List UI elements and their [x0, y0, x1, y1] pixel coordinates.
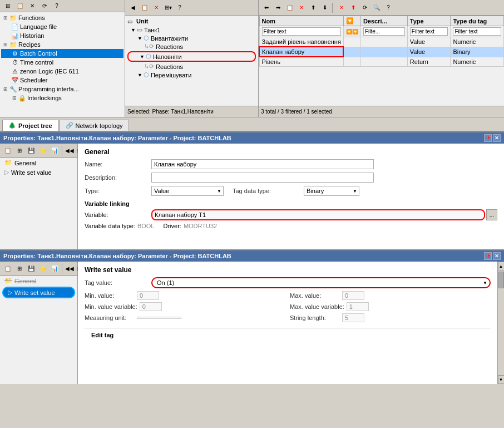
filter-type-tag[interactable]: [453, 27, 501, 36]
tree-batch-control[interactable]: ⚙ Batch Control: [1, 49, 123, 58]
project-tree: ⊞ 📁 Functions 📄 Language file 📊 Historia…: [0, 12, 125, 117]
tree-time-control[interactable]: ⏱ Time control: [1, 58, 123, 67]
pl-btn2[interactable]: ⊞: [14, 145, 25, 156]
tree-item-label: Scheduler: [20, 77, 48, 83]
pl2-btn6[interactable]: ◀◀: [64, 263, 75, 274]
fill-expand: ▼: [140, 54, 145, 60]
cell-type3: Return: [407, 57, 451, 67]
scroll-up[interactable]: ▲: [498, 262, 505, 270]
tree-fill[interactable]: ▼ ⬡ Наповніти: [127, 51, 256, 62]
pl-btn1[interactable]: 📋: [2, 145, 13, 156]
name-input[interactable]: [151, 159, 374, 169]
tree-programming[interactable]: ⊞ 🔧 Programming interfa...: [1, 85, 123, 94]
tree-tank1[interactable]: ▼ ▭ Танк1: [126, 26, 257, 34]
tag-value-label: Tag value:: [85, 279, 151, 286]
toolbar-btn-3[interactable]: ✕: [27, 1, 38, 12]
props-close-btn[interactable]: ✕: [493, 134, 501, 142]
tree-reactions1[interactable]: ↳⟳ Reactions: [126, 42, 257, 51]
pl-btn6[interactable]: ◀◀: [64, 145, 75, 156]
right-tb-help[interactable]: ?: [383, 2, 394, 13]
properties-panel-1: Properties: Танк1.Наповніти.Клапан набор…: [0, 131, 504, 249]
filter-type[interactable]: [410, 27, 448, 36]
description-input[interactable]: [151, 173, 374, 183]
variable-input[interactable]: [151, 209, 485, 220]
pl2-btn2[interactable]: ⊞: [14, 263, 25, 274]
props-tree-write-set[interactable]: ▷ Write set value: [0, 168, 77, 177]
tree-zenon-logic[interactable]: ⚠ zenon Logic (IEC 611: [1, 67, 123, 76]
table-row-selected[interactable]: Клапан набору Value Binary: [259, 47, 504, 57]
unit-header: ▭ Unit: [126, 17, 257, 26]
filter-descr[interactable]: [363, 27, 405, 36]
table-row-3[interactable]: Рівень Return Numeric: [259, 57, 504, 67]
pl-btn4[interactable]: ⭐: [37, 145, 48, 156]
scroll-down[interactable]: ▼: [498, 375, 505, 384]
tabs-row: 🌲 Project tree 🔗 Network topology: [0, 117, 504, 131]
pl2-btn4[interactable]: ⭐: [37, 263, 48, 274]
pl-btn3[interactable]: 💾: [26, 145, 37, 156]
right-tb-copy[interactable]: 📋: [284, 2, 295, 13]
props-pin-btn[interactable]: 📌: [484, 134, 492, 142]
tag-value-select[interactable]: On (1): [151, 277, 491, 288]
center-tb-5[interactable]: ?: [174, 2, 185, 13]
cell-type-tag2: Binary: [451, 47, 504, 57]
var-linking-title: Variable linking: [85, 200, 497, 207]
tab-project-tree[interactable]: 🌲 Project tree: [2, 120, 58, 131]
props-left-tree-1: 📋 ⊞ 💾 ⭐ 📊 ◀◀ ▶▶ ? 📁 General ▷ Write set …: [0, 144, 78, 249]
props-left-toolbar-2: 📋 ⊞ 💾 ⭐ 📊 ◀◀ ▶▶ ?: [0, 262, 77, 276]
pl2-btn3[interactable]: 💾: [26, 263, 37, 274]
table-row[interactable]: Заданий рівень наповнення Value Numeric: [259, 37, 504, 47]
pl2-btn5[interactable]: 📊: [49, 263, 60, 274]
props-pin-btn-2[interactable]: 📌: [484, 252, 492, 260]
center-tb-3[interactable]: ✕: [151, 2, 162, 13]
general-section-title: General: [85, 148, 497, 156]
filter-nom[interactable]: [262, 27, 341, 36]
tag-data-type-select[interactable]: Binary: [304, 186, 359, 196]
props-close-btn-2[interactable]: ✕: [493, 252, 501, 260]
right-tb-delete[interactable]: ✕: [296, 2, 307, 13]
string-length-item: String length: 5: [290, 313, 491, 322]
props2-tree-general[interactable]: 📁 General: [0, 276, 77, 286]
scroll-thumb[interactable]: [498, 272, 504, 288]
tree-interlockings[interactable]: ⊞ 🔒 Interlockings: [1, 94, 123, 102]
right-tb-find[interactable]: 🔍: [371, 2, 382, 13]
center-tb-1[interactable]: ◀: [127, 2, 139, 13]
props-left-tree-2: 📋 ⊞ 💾 ⭐ 📊 ◀◀ ▶▶ ? 📁 General ▷ Write set …: [0, 262, 78, 384]
center-tb-4[interactable]: ⊞▾: [162, 2, 174, 13]
parameter-table: Nom 🔽 Descri... Type Type du tag 🔽🔽: [259, 16, 504, 106]
toolbar-btn-2[interactable]: 📋: [14, 1, 26, 12]
toolbar-btn-1[interactable]: ⊞: [2, 1, 13, 12]
pl2-btn1[interactable]: 📋: [2, 263, 13, 274]
right-tb-red1[interactable]: ✕: [336, 2, 347, 13]
right-tb-export[interactable]: ⬆: [308, 2, 319, 13]
tag-value-select-container: On (1) ▼: [151, 277, 491, 288]
right-tb-import[interactable]: ⬇: [319, 2, 330, 13]
tree-historian[interactable]: 📊 Historian: [1, 31, 123, 40]
props-right-content-1: General Name: Description: Type: Value T…: [78, 144, 504, 249]
toolbar-btn-5[interactable]: ?: [51, 1, 62, 12]
props-tree-general[interactable]: 📁 General: [0, 158, 77, 168]
variable-browse-btn[interactable]: ...: [486, 209, 497, 220]
type-select[interactable]: Value: [151, 186, 224, 196]
name-label: Name:: [85, 161, 151, 168]
tree-mix[interactable]: ▼ ⬡ Перемішувати: [126, 71, 257, 79]
unit-icon: ▭: [127, 18, 132, 24]
tree-reactions2[interactable]: ↳⟳ Reactions: [126, 62, 257, 71]
tree-language-file[interactable]: 📄 Language file: [1, 22, 123, 31]
cell-nom-selected: Клапан набору: [259, 47, 343, 57]
tree-scheduler[interactable]: 📅 Scheduler: [1, 76, 123, 85]
scrollbar[interactable]: ▲ ▼: [497, 262, 504, 384]
props2-tree-write-set[interactable]: ▷ Write set value: [2, 287, 75, 298]
right-tb-back[interactable]: ⬅: [261, 2, 272, 13]
props-header-1: Properties: Танк1.Наповніти.Клапан набор…: [0, 132, 504, 144]
center-tb-2[interactable]: 📋: [139, 2, 150, 13]
right-tb-refresh[interactable]: ⟳: [359, 2, 370, 13]
tree-item-label: Time control: [20, 59, 53, 66]
right-tb-forward[interactable]: ➡: [273, 2, 284, 13]
tree-functions[interactable]: ⊞ 📁 Functions: [1, 13, 123, 22]
pl-btn5[interactable]: 📊: [49, 145, 60, 156]
tab-network-topology[interactable]: 🔗 Network topology: [60, 120, 129, 131]
right-tb-red2[interactable]: ⬆: [348, 2, 359, 13]
tree-unload[interactable]: ▼ ⬡ Вивантажити: [126, 34, 257, 42]
toolbar-btn-4[interactable]: ⟳: [39, 1, 50, 12]
tree-recipes[interactable]: ⊞ 📁 Recipes: [1, 40, 123, 49]
